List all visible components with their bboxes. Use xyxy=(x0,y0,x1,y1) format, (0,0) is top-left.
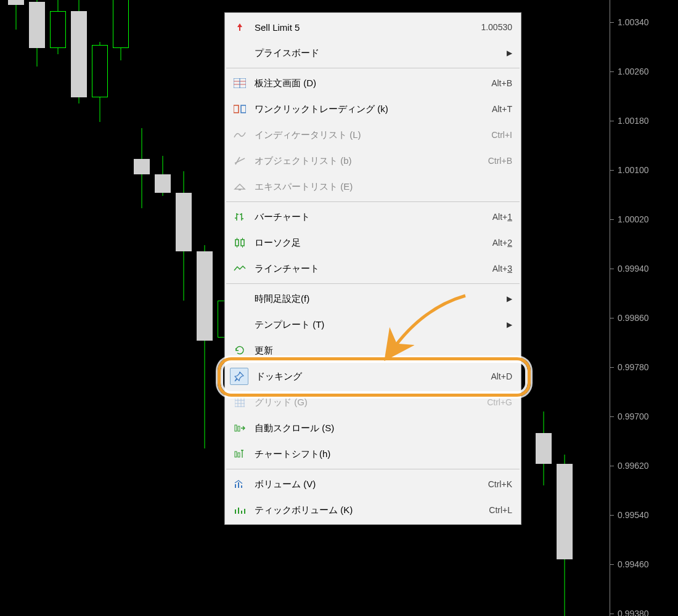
menu-item-shortcut: Ctrl+B xyxy=(488,156,512,166)
menu-item-depth-of-market[interactable]: 板注文画面 (D)Alt+B xyxy=(225,70,521,96)
menu-item-label: ティックボリューム (K) xyxy=(251,505,489,516)
candle xyxy=(50,0,66,54)
candle xyxy=(176,171,192,301)
price-tick-label: 0.99700 xyxy=(618,411,649,421)
tickvolume-icon xyxy=(229,504,251,516)
menu-item-label: 板注文画面 (D) xyxy=(251,78,491,89)
price-tick-label: 0.99540 xyxy=(618,510,649,520)
menu-item-timeframes[interactable]: 時間足設定(f)▶ xyxy=(225,286,521,312)
menu-item-refresh[interactable]: 更新 xyxy=(225,338,521,363)
volume-icon xyxy=(229,478,251,490)
candle xyxy=(536,411,552,485)
menu-item-chartshift[interactable]: チャートシフト(h) xyxy=(225,441,521,467)
blank-icon xyxy=(229,47,251,59)
candle xyxy=(155,156,171,196)
menu-item-label: ボリューム (V) xyxy=(251,479,488,490)
blank-icon xyxy=(229,293,251,305)
menu-item-shortcut: Ctrl+I xyxy=(491,130,512,140)
menu-item-docking[interactable]: ドッキングAlt+D xyxy=(225,363,521,389)
menu-item-shortcut: Ctrl+G xyxy=(487,397,512,407)
menu-item-label: テンプレート (T) xyxy=(251,319,507,331)
candle xyxy=(197,245,213,448)
depth-icon xyxy=(229,77,251,89)
candle xyxy=(29,0,45,67)
price-tick-label: 0.99940 xyxy=(618,264,649,274)
menu-item-shortcut: Alt+D xyxy=(491,371,512,381)
svg-rect-13 xyxy=(235,240,239,246)
menu-item-label: オブジェクトリスト (b) xyxy=(251,155,488,167)
expert-icon xyxy=(229,180,251,193)
menu-item-shortcut: Alt+T xyxy=(492,104,512,114)
oneclick-icon xyxy=(229,103,251,115)
context-menu: Sell Limit 51.00530プライスボード▶板注文画面 (D)Alt+… xyxy=(224,12,521,525)
menu-item-one-click[interactable]: ワンクリックトレーディング (k)Alt+T xyxy=(225,96,521,122)
menu-item-shortcut: 1.00530 xyxy=(481,22,512,32)
menu-item-tick-volumes[interactable]: ティックボリューム (K)Ctrl+L xyxy=(225,497,521,523)
menu-item-label: ラインチャート xyxy=(251,263,492,275)
menu-item-label: 時間足設定(f) xyxy=(251,293,507,305)
menu-item-shortcut: Ctrl+K xyxy=(488,479,512,489)
svg-rect-19 xyxy=(235,425,237,431)
price-tick-label: 0.99860 xyxy=(618,313,649,323)
menu-item-candlesticks[interactable]: ローソク足Alt+2 xyxy=(225,230,521,256)
menu-item-label: バーチャート xyxy=(251,211,492,223)
menu-item-label: Sell Limit 5 xyxy=(251,22,481,33)
menu-item-shortcut: Alt+3 xyxy=(492,264,512,274)
price-tick-label: 1.00340 xyxy=(618,17,649,27)
candle xyxy=(71,0,87,103)
menu-separator xyxy=(226,283,520,284)
autoscroll-icon xyxy=(229,422,251,434)
candle xyxy=(8,0,24,30)
price-tick-label: 0.99380 xyxy=(618,609,649,616)
svg-rect-21 xyxy=(235,452,237,457)
svg-rect-5 xyxy=(241,105,246,113)
indicator-icon xyxy=(229,129,251,141)
submenu-arrow-icon: ▶ xyxy=(507,294,512,303)
refresh-icon xyxy=(229,344,251,357)
svg-rect-4 xyxy=(234,105,239,113)
menu-item-volumes[interactable]: ボリューム (V)Ctrl+K xyxy=(225,471,521,497)
menu-separator xyxy=(226,201,520,202)
menu-item-line-chart[interactable]: ラインチャートAlt+3 xyxy=(225,256,521,282)
menu-item-sell-limit[interactable]: Sell Limit 51.00530 xyxy=(225,14,521,40)
menu-item-label: ドッキング xyxy=(252,371,491,383)
svg-rect-20 xyxy=(238,426,240,431)
menu-item-indicator-list: インディケータリスト (L)Ctrl+I xyxy=(225,122,521,148)
grid-icon xyxy=(229,396,251,408)
menu-item-bar-chart[interactable]: バーチャートAlt+1 xyxy=(225,204,521,230)
bar-icon xyxy=(229,211,251,223)
price-tick-label: 0.99460 xyxy=(618,559,649,569)
price-tick-label: 1.00180 xyxy=(618,116,649,126)
menu-separator xyxy=(226,469,520,469)
candle xyxy=(92,42,108,122)
menu-item-shortcut: Alt+1 xyxy=(492,212,512,222)
menu-separator xyxy=(226,68,520,68)
menu-item-label: エキスパートリスト (E) xyxy=(251,181,512,193)
menu-item-price-board[interactable]: プライスボード▶ xyxy=(225,40,521,66)
candle xyxy=(134,128,150,208)
menu-item-label: 自動スクロール (S) xyxy=(251,423,512,434)
menu-item-shortcut: Alt+B xyxy=(491,78,512,88)
menu-item-grid[interactable]: グリッド (G)Ctrl+G xyxy=(225,389,521,415)
candle xyxy=(113,0,129,60)
svg-rect-16 xyxy=(241,240,244,246)
menu-item-autoscroll[interactable]: 自動スクロール (S) xyxy=(225,415,521,441)
pin-icon xyxy=(230,368,248,385)
line-icon xyxy=(229,262,251,275)
menu-item-shortcut: Alt+2 xyxy=(492,238,512,248)
menu-item-label: グリッド (G) xyxy=(251,397,487,408)
price-axis: 1.003401.002601.001801.001001.000200.999… xyxy=(610,0,678,616)
menu-item-expert-list: エキスパートリスト (E) xyxy=(225,174,521,200)
chartshift-icon xyxy=(229,448,251,460)
menu-item-shortcut: Ctrl+L xyxy=(489,505,512,515)
menu-item-label: チャートシフト(h) xyxy=(251,448,512,460)
submenu-arrow-icon: ▶ xyxy=(507,320,512,329)
menu-item-label: インディケータリスト (L) xyxy=(251,129,491,141)
blank-icon xyxy=(229,318,251,331)
menu-item-label: 更新 xyxy=(251,345,512,357)
menu-item-label: ローソク足 xyxy=(251,237,492,249)
sell-limit-icon xyxy=(229,21,251,33)
object-icon xyxy=(229,155,251,167)
menu-item-templates[interactable]: テンプレート (T)▶ xyxy=(225,312,521,338)
submenu-arrow-icon: ▶ xyxy=(507,49,512,57)
